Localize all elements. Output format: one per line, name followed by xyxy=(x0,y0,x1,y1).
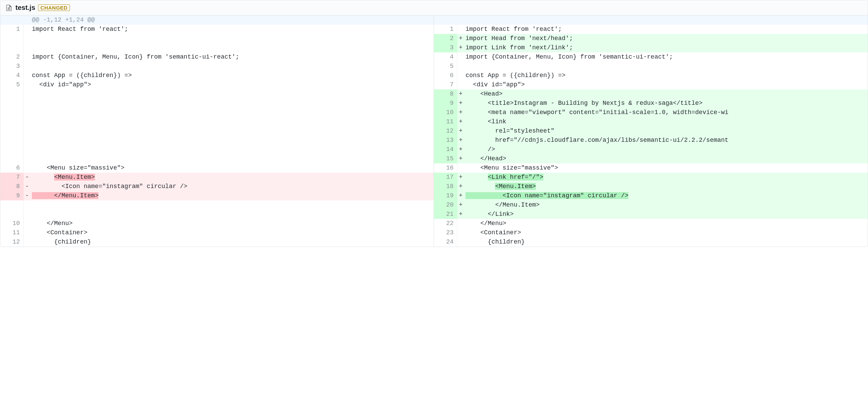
diff-line-right[interactable] xyxy=(434,15,868,25)
code-content xyxy=(31,154,434,163)
code-content: <div id="app"> xyxy=(464,80,868,89)
diff-line-right[interactable]: 13+ href="//cdnjs.cloudflare.com/ajax/li… xyxy=(434,136,868,145)
code-content xyxy=(31,145,434,154)
diff-line-right[interactable]: 23 <Container> xyxy=(434,228,868,237)
diff-marker xyxy=(24,237,31,247)
code-content xyxy=(31,136,434,145)
diff-marker xyxy=(24,62,31,71)
diff-line-left[interactable]: 1 import React from 'react'; xyxy=(0,25,434,34)
diff-line-left[interactable] xyxy=(0,117,434,126)
diff-line-right[interactable]: 5 xyxy=(434,62,868,71)
diff-line-left[interactable] xyxy=(0,200,434,210)
diff-line-right[interactable]: 11+ <link xyxy=(434,117,868,126)
code-content xyxy=(31,117,434,126)
diff-line-right[interactable]: 14+ /> xyxy=(434,145,868,154)
diff-line-right[interactable]: 9+ <title>Instagram - Building by Nextjs… xyxy=(434,99,868,108)
diff-line-left[interactable] xyxy=(0,136,434,145)
diff-marker xyxy=(24,136,31,145)
diff-line-right[interactable]: 4 import {Container, Menu, Icon} from 's… xyxy=(434,52,868,62)
diff-line-left[interactable] xyxy=(0,210,434,219)
diff-line-left[interactable] xyxy=(0,108,434,117)
line-number xyxy=(0,117,24,126)
line-number: 18 xyxy=(434,182,457,191)
code-content xyxy=(464,15,868,25)
diff-line-left[interactable]: 9- </Menu.Item> xyxy=(0,191,434,200)
diff-marker xyxy=(24,219,31,228)
diff-line-left[interactable]: 7- <Menu.Item> xyxy=(0,173,434,182)
line-number xyxy=(0,34,24,43)
diff-line-left[interactable]: 10 </Menu> xyxy=(0,219,434,228)
code-content xyxy=(31,108,434,117)
code-content: <Link href="/"> xyxy=(464,173,868,182)
diff-line-left[interactable]: 12 {children} xyxy=(0,237,434,247)
diff-marker xyxy=(24,71,31,80)
diff-line-right[interactable]: 6 const App = ({children}) => xyxy=(434,71,868,80)
diff-line-left[interactable] xyxy=(0,89,434,99)
diff-line-right[interactable]: 20+ </Menu.Item> xyxy=(434,200,868,210)
diff-marker: - xyxy=(24,182,31,191)
code-content: <Icon name="instagram" circular /> xyxy=(31,182,434,191)
diff-line-right[interactable]: 3+import Link from 'next/link'; xyxy=(434,43,868,52)
line-number: 12 xyxy=(0,237,24,247)
line-number: 22 xyxy=(434,219,457,228)
code-content xyxy=(31,34,434,43)
diff-line-right[interactable]: 2+import Head from 'next/head'; xyxy=(434,34,868,43)
diff-marker xyxy=(24,80,31,89)
code-content: <div id="app"> xyxy=(31,80,434,89)
diff-line-left[interactable] xyxy=(0,99,434,108)
diff-line-left[interactable] xyxy=(0,145,434,154)
diff-line-left[interactable]: 8- <Icon name="instagram" circular /> xyxy=(0,182,434,191)
diff-marker: + xyxy=(457,191,464,200)
code-content: <Menu.Item> xyxy=(464,182,868,191)
diff-marker xyxy=(24,228,31,237)
line-number: 8 xyxy=(434,89,457,99)
diff-line-left[interactable] xyxy=(0,154,434,163)
diff-line-right[interactable]: 16 <Menu size="massive"> xyxy=(434,163,868,173)
diff-marker xyxy=(24,99,31,108)
diff-marker: + xyxy=(457,200,464,210)
diff-line-right[interactable]: 19+ <Icon name="instagram" circular /> xyxy=(434,191,868,200)
code-content: {children} xyxy=(464,237,868,247)
code-content: <Menu size="massive"> xyxy=(31,163,434,173)
diff-marker: + xyxy=(457,99,464,108)
diff-marker: - xyxy=(24,191,31,200)
diff-line-left[interactable]: 5 <div id="app"> xyxy=(0,80,434,89)
diff-line-right[interactable]: 1 import React from 'react'; xyxy=(434,25,868,34)
diff-marker: + xyxy=(457,182,464,191)
diff-line-left[interactable] xyxy=(0,34,434,43)
diff-line-right[interactable]: 18+ <Menu.Item> xyxy=(434,182,868,191)
diff-line-right[interactable]: 17+ <Link href="/"> xyxy=(434,173,868,182)
diff-line-right[interactable]: 21+ </Link> xyxy=(434,210,868,219)
diff-line-left[interactable]: @@ -1,12 +1,24 @@ xyxy=(0,15,434,25)
diff-marker: + xyxy=(457,136,464,145)
diff-marker xyxy=(457,228,464,237)
code-content: </Menu.Item> xyxy=(31,191,434,200)
diff-line-right[interactable]: 24 {children} xyxy=(434,237,868,247)
diff-line-left[interactable]: 4 const App = ({children}) => xyxy=(0,71,434,80)
diff-marker: + xyxy=(457,89,464,99)
file-icon xyxy=(6,4,12,12)
diff-line-left[interactable]: 3 xyxy=(0,62,434,71)
diff-line-right[interactable]: 8+ <Head> xyxy=(434,89,868,99)
code-content: /> xyxy=(464,145,868,154)
file-name[interactable]: test.js xyxy=(15,4,35,12)
diff-line-left[interactable] xyxy=(0,126,434,136)
diff-line-right[interactable]: 15+ </Head> xyxy=(434,154,868,163)
code-content: import {Container, Menu, Icon} from 'sem… xyxy=(31,52,434,62)
diff-line-left[interactable]: 6 <Menu size="massive"> xyxy=(0,163,434,173)
diff-line-left[interactable]: 2 import {Container, Menu, Icon} from 's… xyxy=(0,52,434,62)
diff-line-left[interactable]: 11 <Container> xyxy=(0,228,434,237)
diff-marker: + xyxy=(457,173,464,182)
diff-marker: + xyxy=(457,145,464,154)
diff-line-right[interactable]: 10+ <meta name="viewport" content="initi… xyxy=(434,108,868,117)
diff-marker xyxy=(457,25,464,34)
diff-line-left[interactable] xyxy=(0,43,434,52)
code-content: <Menu size="massive"> xyxy=(464,163,868,173)
line-number: 17 xyxy=(434,173,457,182)
line-number: 6 xyxy=(434,71,457,80)
code-content: </Menu> xyxy=(464,219,868,228)
diff-line-right[interactable]: 12+ rel="stylesheet" xyxy=(434,126,868,136)
code-content: </Menu.Item> xyxy=(464,200,868,210)
diff-line-right[interactable]: 22 </Menu> xyxy=(434,219,868,228)
diff-line-right[interactable]: 7 <div id="app"> xyxy=(434,80,868,89)
